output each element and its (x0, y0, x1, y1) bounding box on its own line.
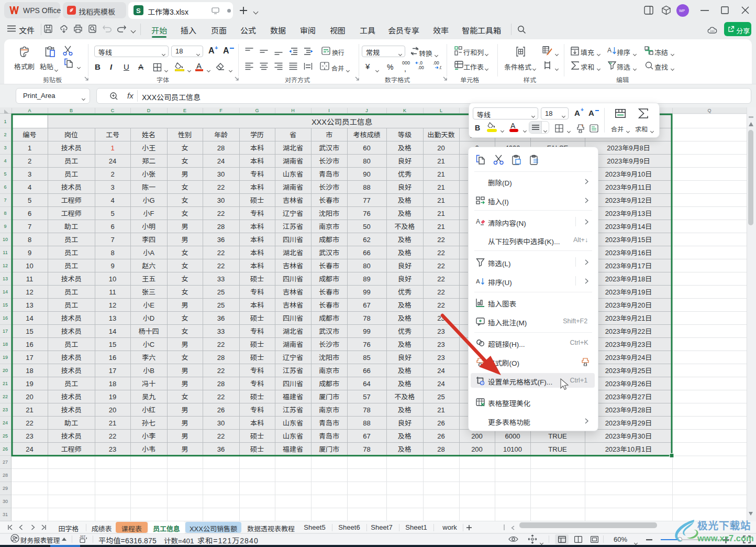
svg-text:A: A (607, 47, 612, 54)
svg-text:JST: JST (80, 535, 86, 539)
svg-text:A: A (476, 218, 480, 225)
svg-text:.0: .0 (439, 65, 441, 70)
svg-text:www.xz7.com: www.xz7.com (697, 533, 754, 543)
svg-text:.00: .00 (418, 65, 424, 70)
svg-text:A: A (476, 278, 480, 285)
svg-text:极光下载站: 极光下载站 (697, 520, 751, 531)
